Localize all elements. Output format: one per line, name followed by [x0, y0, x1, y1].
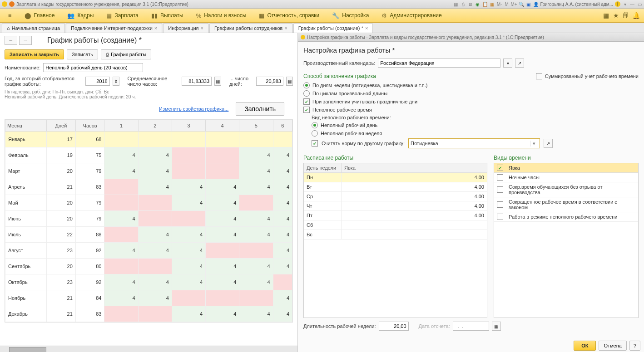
close-icon[interactable]: ×: [154, 25, 157, 31]
print-schedule-button[interactable]: ⎙График работы: [101, 49, 151, 59]
time-type-row[interactable]: Работа в режиме неполного рабочего време…: [494, 212, 638, 222]
grid-header[interactable]: Дней: [47, 120, 76, 132]
tb-calc-icon[interactable]: ◉: [475, 1, 481, 7]
nav-back[interactable]: ←: [5, 36, 17, 45]
clip-icon[interactable]: 🗐: [622, 12, 629, 19]
check-holidays[interactable]: ✔При заполнении учитывать праздничные дн…: [303, 98, 536, 106]
table-row[interactable]: Июль228844444: [5, 227, 292, 243]
menu-payments[interactable]: ▮▮Выплаты: [145, 9, 190, 22]
menu-salary[interactable]: ▤Зарплата: [100, 9, 145, 22]
menu-staff[interactable]: 👥Кадры: [61, 9, 100, 22]
check-icon[interactable]: [497, 186, 503, 193]
year-spinner[interactable]: ⇕: [113, 77, 119, 86]
fill-button[interactable]: Заполнить: [236, 102, 284, 116]
menu-settings[interactable]: 🔧Настройка: [326, 9, 375, 22]
radio-partial-week[interactable]: Неполная рабочая неделя: [312, 129, 639, 137]
window-icon[interactable]: ▣: [526, 1, 531, 7]
year-input[interactable]: [85, 77, 110, 86]
schedule-grid[interactable]: МесяцДнейЧасов123456Январь1768Февраль197…: [5, 119, 293, 323]
table-row[interactable]: Октябрь239244444: [5, 274, 292, 290]
avg-days-input[interactable]: [256, 77, 283, 86]
m[interactable]: M: [504, 1, 510, 7]
change-properties-link[interactable]: Изменить свойства графика...: [159, 106, 228, 112]
time-type-row[interactable]: Сокращенное рабочее время в соответствии…: [494, 197, 638, 212]
weekday-row[interactable]: Пт4,00: [304, 211, 487, 220]
tab[interactable]: ⌂Начальная страница: [2, 23, 65, 33]
save-close-button[interactable]: Записать и закрыть: [5, 49, 64, 59]
bell-icon[interactable]: 🔔: [632, 12, 639, 19]
radio-by-cycles[interactable]: По циклам произвольной длины: [303, 89, 536, 98]
calc-icon-2[interactable]: ▦: [286, 77, 293, 86]
minimize-icon[interactable]: —: [629, 1, 635, 7]
check-on-icon[interactable]: ✔: [497, 165, 503, 171]
calendar-input[interactable]: [378, 59, 500, 68]
avg-hours-input[interactable]: [182, 77, 212, 86]
weekday-row[interactable]: Чт4,00: [304, 201, 487, 211]
time-type-row[interactable]: Сокр.время обучающихся без отрыва от про…: [494, 182, 638, 197]
radio-partial-day[interactable]: Неполный рабочий день: [312, 121, 639, 129]
weekday-row[interactable]: Вт4,00: [304, 182, 487, 192]
menu-reports[interactable]: ▦Отчетность, справки: [253, 9, 326, 22]
calendar-dropdown-icon[interactable]: ▾: [503, 59, 512, 68]
save-button[interactable]: Записать: [67, 49, 98, 59]
menu-main[interactable]: ⬤Главное: [18, 9, 61, 22]
weekday-row[interactable]: Ср4,00: [304, 192, 487, 201]
table-row[interactable]: Сентябрь20804444: [5, 259, 292, 274]
name-input[interactable]: [43, 63, 143, 72]
table-row[interactable]: Январь1768: [5, 132, 292, 147]
help-button[interactable]: ?: [629, 341, 640, 351]
table-row[interactable]: Март20794444: [5, 163, 292, 179]
tb-calendar-icon[interactable]: 📋: [482, 1, 488, 7]
menu-admin[interactable]: ⚙Администрирование: [375, 9, 448, 22]
radio-by-weekdays[interactable]: По дням недели (пятидневка, шестидневка …: [303, 81, 536, 89]
check-icon[interactable]: [497, 214, 503, 220]
grid-header[interactable]: 1: [104, 120, 138, 132]
grid-header[interactable]: 3: [172, 120, 205, 132]
grid-header[interactable]: 6: [273, 120, 292, 132]
table-row[interactable]: Август23924444: [5, 243, 292, 259]
tab[interactable]: Информация×: [163, 23, 208, 33]
duration-input[interactable]: [379, 322, 409, 331]
grid-header[interactable]: 2: [138, 120, 172, 132]
table-row[interactable]: Июнь20794444: [5, 211, 292, 227]
h-scrollbar[interactable]: [0, 346, 297, 352]
weekday-row[interactable]: Пн4,00: [304, 173, 487, 182]
scrollbar-thumb[interactable]: [9, 347, 46, 352]
star-icon[interactable]: ★: [612, 12, 619, 19]
tb-doc-icon[interactable]: 🗎: [468, 1, 473, 7]
table-row[interactable]: Апрель218344444: [5, 179, 292, 195]
check-summed[interactable]: Суммированный учет рабочего времени: [536, 72, 639, 80]
m-minus[interactable]: M-: [497, 1, 502, 7]
tab[interactable]: Подключение Интернет-поддержки×: [66, 23, 162, 33]
table-row[interactable]: Декабрь21834444: [5, 306, 292, 322]
check-icon[interactable]: [497, 201, 503, 208]
close-icon[interactable]: ×: [284, 25, 287, 31]
calc-icon[interactable]: ▦: [214, 77, 221, 86]
tab[interactable]: Графики работы сотрудников×: [209, 23, 292, 33]
time-types-list[interactable]: ✔Явка Ночные часыСокр.время обучающихся …: [494, 163, 639, 318]
table-row[interactable]: Май2079444: [5, 195, 292, 211]
dropdown-icon[interactable]: ▾: [622, 1, 628, 7]
grid-header[interactable]: 4: [206, 120, 239, 132]
tb-calendar-icon-2[interactable]: ▦: [490, 1, 495, 7]
zoom-in-icon[interactable]: 🔍: [519, 1, 524, 7]
grid-icon[interactable]: ▦: [602, 12, 609, 19]
norm-schedule-select[interactable]: Пятидневка ▾: [408, 138, 540, 148]
startdate-input[interactable]: [453, 322, 489, 331]
tb-tool-icon[interactable]: ▦: [453, 1, 459, 7]
check-norm-other[interactable]: ✔ Считать норму по другому графику: Пяти…: [312, 137, 639, 149]
check-icon[interactable]: [497, 174, 503, 181]
time-type-row[interactable]: Ночные часы: [494, 173, 638, 182]
ok-button[interactable]: ОК: [574, 341, 596, 351]
weekday-schedule-list[interactable]: День неделиЯвка Пн4,00Вт4,00Ср4,00Чт4,00…: [303, 163, 487, 318]
m-plus[interactable]: M+: [511, 1, 517, 7]
weekday-row[interactable]: Вс: [304, 230, 487, 240]
grid-header[interactable]: 5: [239, 120, 273, 132]
tb-print-icon[interactable]: ⎙: [461, 1, 466, 7]
menu-taxes[interactable]: %Налоги и взносы: [190, 9, 253, 22]
table-row[interactable]: Ноябрь2184444: [5, 290, 292, 306]
open-icon[interactable]: ↗: [544, 139, 553, 148]
close-icon[interactable]: ×: [201, 25, 203, 31]
cancel-button[interactable]: Отмена: [599, 341, 626, 351]
grid-header[interactable]: Месяц: [5, 120, 47, 132]
